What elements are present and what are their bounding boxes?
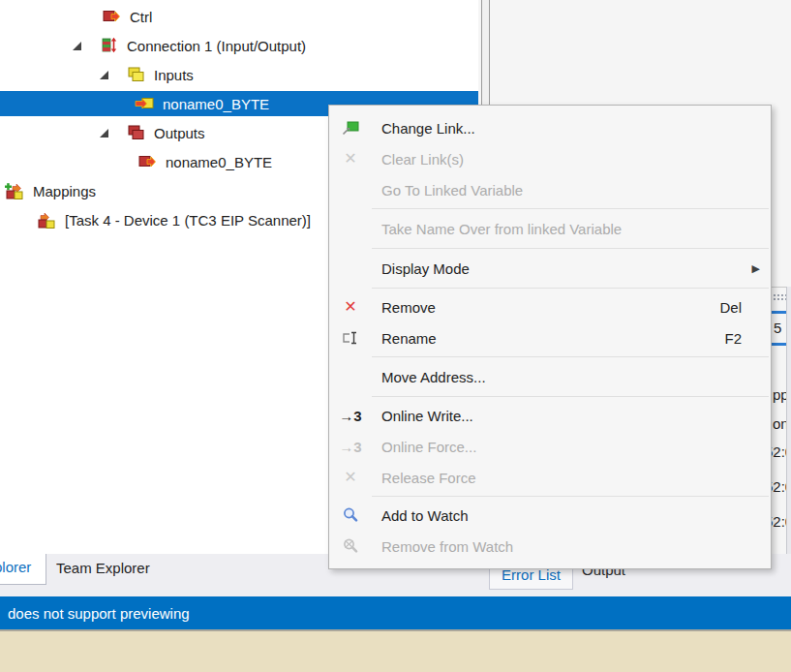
menu-item-label: Display Mode bbox=[381, 260, 470, 277]
magnifier-icon bbox=[340, 506, 361, 524]
online-force-icon: →3 bbox=[340, 439, 361, 455]
menu-item-move-address[interactable]: Move Address... bbox=[329, 360, 771, 393]
tree-item-ctrl[interactable]: Ctrl bbox=[0, 2, 478, 31]
expander-icon[interactable] bbox=[73, 42, 81, 50]
output-variable-icon bbox=[137, 153, 158, 170]
menu-item-label: Remove from Watch bbox=[381, 538, 513, 555]
menu-item-label: Move Address... bbox=[381, 369, 486, 385]
rename-icon bbox=[340, 329, 361, 347]
desktop-background bbox=[0, 629, 791, 672]
tab-solution-explorer[interactable]: plorer bbox=[0, 554, 46, 585]
menu-item-display-mode[interactable]: Display Mode ▶ bbox=[329, 252, 771, 285]
expander-icon[interactable] bbox=[100, 129, 108, 137]
menu-item-label: Take Name Over from linked Variable bbox=[381, 221, 622, 237]
shortcut-label: Del bbox=[719, 299, 742, 316]
tree-item-label: noname0_BYTE bbox=[163, 96, 269, 112]
status-message: does not support previewing bbox=[8, 605, 190, 622]
shortcut-label: F2 bbox=[724, 330, 742, 347]
panel-right-margin bbox=[787, 287, 791, 554]
menu-separator bbox=[372, 396, 769, 397]
tree-item-label: Outputs bbox=[154, 125, 205, 141]
menu-item-add-to-watch[interactable]: Add to Watch bbox=[329, 500, 771, 531]
connection-icon bbox=[98, 37, 119, 54]
menu-item-label: Go To Linked Variable bbox=[381, 182, 523, 199]
screenshot-root: Ctrl Connection 1 (Input/Output) bbox=[0, 0, 791, 672]
online-write-icon: →3 bbox=[340, 408, 361, 424]
change-link-icon bbox=[340, 119, 361, 137]
inputs-folder-icon bbox=[125, 66, 146, 83]
menu-item-clear-link: ✕ Clear Link(s) bbox=[329, 143, 771, 174]
tree-item-label: Inputs bbox=[154, 67, 194, 83]
preview-notification-bar: does not support previewing bbox=[0, 596, 791, 629]
tree-item-label: Mappings bbox=[33, 183, 96, 199]
menu-item-label: Change Link... bbox=[381, 120, 475, 137]
menu-item-rename[interactable]: Rename F2 bbox=[329, 322, 771, 353]
output-variable-icon bbox=[101, 8, 122, 25]
release-force-icon: ✕ bbox=[340, 470, 361, 485]
menu-item-label: Release Force bbox=[381, 470, 476, 486]
clear-link-icon: ✕ bbox=[340, 151, 361, 167]
expander-icon[interactable] bbox=[100, 71, 108, 79]
submenu-arrow-icon: ▶ bbox=[752, 262, 760, 275]
tree-item-label: Connection 1 (Input/Output) bbox=[127, 38, 306, 54]
tree-item-label: Ctrl bbox=[130, 9, 152, 25]
tree-item-inputs[interactable]: Inputs bbox=[0, 60, 478, 89]
menu-item-change-link[interactable]: Change Link... bbox=[329, 112, 771, 143]
menu-item-online-write[interactable]: →3 Online Write... bbox=[329, 400, 771, 431]
tab-label: plorer bbox=[0, 559, 31, 575]
menu-item-go-to-linked-variable: Go To Linked Variable bbox=[329, 174, 771, 205]
menu-item-label: Clear Link(s) bbox=[381, 151, 464, 168]
context-menu: Change Link... ✕ Clear Link(s) Go To Lin… bbox=[328, 105, 772, 569]
menu-item-label: Rename bbox=[381, 330, 437, 347]
menu-item-take-name-over: Take Name Over from linked Variable bbox=[329, 212, 771, 245]
menu-item-label: Remove bbox=[381, 299, 436, 316]
menu-item-remove-from-watch: Remove from Watch bbox=[329, 531, 771, 562]
input-variable-icon bbox=[134, 95, 155, 112]
menu-item-release-force: ✕ Release Force bbox=[329, 462, 771, 493]
menu-item-label: Add to Watch bbox=[381, 507, 469, 524]
tree-item-connection-1[interactable]: Connection 1 (Input/Output) bbox=[0, 31, 478, 60]
magnifier-crossed-icon bbox=[340, 537, 361, 555]
menu-separator bbox=[372, 248, 769, 249]
mappings-icon bbox=[4, 182, 25, 199]
menu-item-label: Online Force... bbox=[381, 439, 476, 455]
menu-separator bbox=[372, 208, 769, 209]
menu-item-online-force: →3 Online Force... bbox=[329, 431, 771, 462]
menu-separator bbox=[372, 356, 769, 357]
menu-separator bbox=[372, 496, 769, 497]
remove-x-icon: ✕ bbox=[340, 299, 361, 315]
tab-team-explorer[interactable]: Team Explorer bbox=[56, 560, 150, 576]
menu-item-label: Online Write... bbox=[381, 408, 473, 424]
mapping-icon bbox=[36, 211, 57, 229]
tree-item-label: [Task 4 - Device 1 (TC3 EIP Scanner)] bbox=[65, 212, 311, 229]
outputs-folder-icon bbox=[125, 124, 146, 141]
menu-item-remove[interactable]: ✕ Remove Del bbox=[329, 291, 771, 322]
menu-separator bbox=[372, 288, 769, 289]
tree-item-label: noname0_BYTE bbox=[166, 154, 272, 170]
tab-label: Team Explorer bbox=[56, 560, 150, 576]
